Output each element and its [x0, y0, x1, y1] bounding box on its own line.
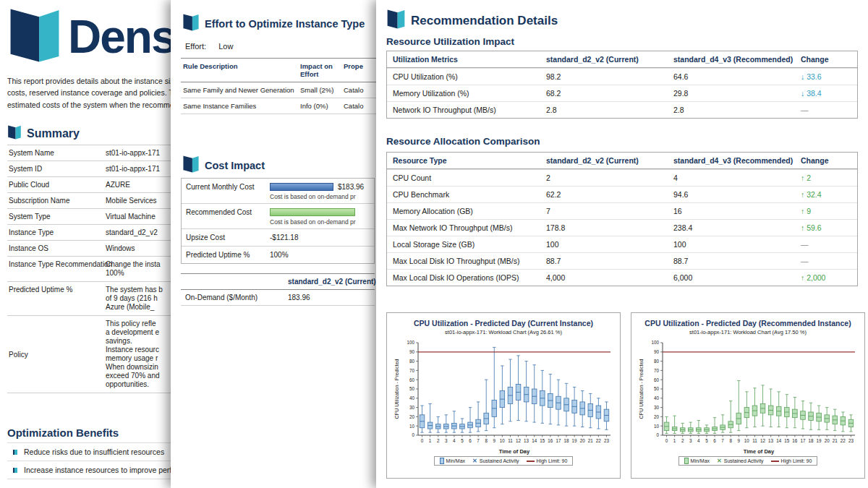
summary-label: Instance Type Recommendation [7, 257, 104, 281]
effort-label: Effort: [185, 42, 206, 51]
svg-text:100: 100 [651, 340, 659, 345]
table-row: Memory Allocation (GB) 7 16 ↑ 9 [387, 202, 857, 219]
table-row: Max Local Disk IO Operations (IOPS) 4,00… [387, 269, 857, 286]
svg-text:0: 0 [665, 438, 668, 443]
svg-text:10: 10 [500, 438, 506, 443]
svg-text:15: 15 [540, 438, 545, 443]
rule-description: Same Family and Newer Generation [181, 82, 298, 98]
rule-description: Same Instance Families [181, 98, 298, 114]
svg-text:6: 6 [469, 438, 472, 443]
cpu-utilization-chart-recommended: CPU Utilization - Predicted Day (Recomme… [631, 312, 865, 479]
column-header: standard_d4_v3 (Recommended) [668, 153, 795, 168]
cell-recommended: 64.6 [668, 69, 795, 85]
cell-current: 7 [540, 203, 668, 219]
legend-label: Sustained Activity [480, 458, 519, 463]
table-row: On-Demand ($/Month) 183.96 [181, 290, 375, 306]
svg-text:5: 5 [461, 438, 464, 443]
cell-change: ↑ 2 [795, 170, 857, 186]
cell-current: 100 [540, 236, 668, 252]
cell-change: ↑ 32.4 [795, 187, 857, 202]
cell-recommended: 6,000 [668, 270, 795, 286]
column-header: Rule Description [181, 59, 298, 82]
change-value: — [801, 106, 809, 114]
svg-text:7: 7 [477, 438, 480, 443]
minmax-glyph-icon [684, 458, 689, 464]
high-limit-glyph-icon [771, 461, 779, 462]
legend-label: High Limit: 90 [537, 458, 568, 463]
column-header: standard_d2_v2 (Current) [540, 153, 668, 168]
ondemand-cost-table: standard_d2_v2 (Current) On-Demand ($/Mo… [181, 273, 375, 306]
column-header: standard_d2_v2 (Current) [540, 51, 668, 67]
table-row: Same Family and Newer Generation Small (… [181, 82, 382, 98]
cell-current: 88.7 [540, 253, 668, 269]
svg-text:CPU Utilization - Predicted: CPU Utilization - Predicted [394, 359, 399, 419]
svg-text:23: 23 [604, 438, 610, 443]
optimization-benefits-title: Optimization Benefits [7, 427, 119, 439]
current-cost-value: $183.96 [338, 183, 364, 191]
effort-rating: Effort: Low [185, 42, 233, 51]
summary-section-header: Summary [7, 124, 80, 143]
column-header: standard_d2_v2 (Current) [269, 278, 376, 286]
cell-metric: Local Storage Size (GB) [387, 236, 540, 252]
cost-note: Cost is based on on-demand pr [182, 218, 374, 229]
svg-text:1: 1 [673, 438, 676, 443]
table-row: Same Instance Families Info (0%) Catalo [181, 98, 382, 114]
cell-change: ↓ 33.6 [795, 69, 857, 85]
column-header: Resource Type [387, 153, 540, 168]
summary-title: Summary [27, 127, 80, 140]
chart-legend: Min/Max ✕Sustained Activity High Limit: … [678, 456, 818, 466]
cell-metric: Network IO Throughput (MB/s) [387, 102, 540, 118]
summary-label: Instance OS [7, 241, 104, 256]
intro-line: This report provides details about the i… [7, 75, 191, 87]
cost-impact-title: Cost Impact [205, 160, 265, 171]
table-header-row: standard_d2_v2 (Current) [181, 273, 375, 290]
cell-current: 98.2 [540, 69, 668, 85]
svg-text:16: 16 [548, 438, 553, 443]
table-row: Network IO Throughput (MB/s) 2.8 2.8 — [387, 101, 857, 118]
table-row: Max Network IO Throughput (MB/s) 178.8 2… [387, 219, 857, 236]
svg-text:0: 0 [421, 438, 424, 443]
svg-text:12: 12 [516, 438, 522, 443]
svg-text:13: 13 [768, 438, 774, 443]
svg-text:30: 30 [654, 405, 660, 410]
ondemand-label: On-Demand ($/Month) [185, 294, 269, 301]
svg-text:Time of Day: Time of Day [744, 448, 775, 455]
change-value: ↑ 9 [801, 207, 811, 215]
svg-text:6: 6 [713, 438, 716, 443]
predicted-uptime-value: 100% [270, 251, 289, 259]
recommended-cost-bar [270, 208, 355, 216]
allocation-comparison-table: Resource Type standard_d2_v2 (Current) s… [386, 152, 858, 286]
legend-high-limit: High Limit: 90 [771, 458, 812, 463]
cell-recommended: 88.7 [668, 253, 795, 269]
svg-text:2: 2 [437, 438, 440, 443]
ondemand-value: 183.96 [269, 294, 370, 301]
cost-label: Current Monthly Cost [186, 183, 270, 191]
cost-impact-header: Cost Impact [182, 155, 265, 176]
cell-recommended: 29.8 [668, 85, 795, 101]
effort-cost-page: Effort to Optimize Instance Type Effort:… [171, 0, 382, 488]
svg-text:14: 14 [532, 438, 537, 443]
column-header: Change [795, 153, 857, 168]
change-value: ↑ 2,000 [801, 273, 825, 282]
impact-on-effort: Info (0%) [298, 98, 341, 114]
cell-recommended: 4 [668, 170, 795, 186]
svg-text:50: 50 [654, 386, 660, 391]
cell-change: — [795, 253, 857, 269]
svg-text:19: 19 [817, 438, 822, 443]
svg-text:9: 9 [493, 438, 496, 443]
svg-text:12: 12 [760, 438, 766, 443]
empty-header-cell [185, 278, 269, 286]
svg-text:60: 60 [654, 377, 660, 382]
summary-label: System ID [7, 161, 104, 176]
change-value: — [801, 257, 809, 265]
svg-text:20: 20 [825, 438, 830, 443]
benefit-bullet-icon [13, 468, 17, 473]
svg-text:20: 20 [654, 414, 660, 419]
recommendation-details-page: Recommendation Details Resource Utilizat… [376, 0, 868, 488]
cell-metric: Memory Allocation (GB) [387, 203, 540, 219]
svg-text:90: 90 [409, 349, 415, 354]
svg-text:50: 50 [409, 386, 415, 391]
table-row: CPU Utilization (%) 98.2 64.6 ↓ 33.6 [387, 68, 857, 85]
svg-text:8: 8 [729, 438, 732, 443]
svg-text:10: 10 [744, 438, 750, 443]
